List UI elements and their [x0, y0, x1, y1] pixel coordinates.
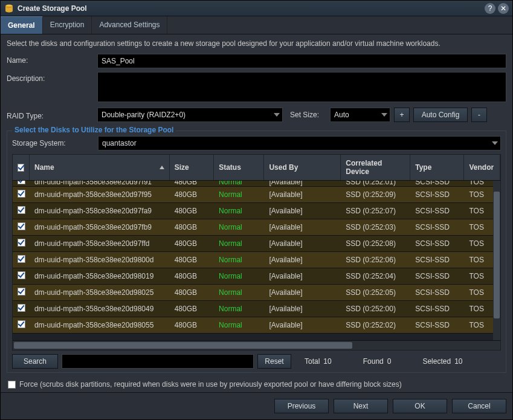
- found-label: Found0: [363, 357, 392, 366]
- cell-name: dm-uuid-mpath-358ce38ee20d98019: [30, 272, 170, 280]
- reset-button[interactable]: Reset: [257, 354, 291, 369]
- cell-type: SCSI-SSD: [410, 190, 464, 199]
- table-row[interactable]: dm-uuid-mpath-358ce38ee20d98055480GBNorm…: [13, 317, 500, 334]
- total-label: Total10: [305, 357, 332, 366]
- row-checkbox[interactable]: [13, 271, 30, 281]
- header-type[interactable]: Type: [410, 155, 464, 180]
- header-name[interactable]: Name: [30, 155, 170, 180]
- cell-used-by: [Available]: [264, 207, 341, 215]
- cell-type: SCSI-SSD: [410, 272, 464, 280]
- setsize-select[interactable]: Auto: [330, 108, 390, 122]
- table-row[interactable]: dm-uuid-mpath-358ce38ee20d9800d480GBNorm…: [13, 252, 500, 268]
- chevron-down-icon: [381, 113, 387, 117]
- disk-grid: Name Size Status Used By Correlated Devi…: [12, 154, 501, 351]
- cell-size: 480GB: [170, 288, 214, 297]
- close-button[interactable]: ✕: [498, 3, 509, 14]
- raid-type-value: Double-parity (RAIDZ2+0): [102, 111, 186, 119]
- setsize-label: Set Size:: [290, 111, 326, 119]
- cell-name: dm-uuid-mpath-358ce38ee20d97f95: [30, 190, 170, 199]
- scrollbar-thumb[interactable]: [14, 342, 352, 349]
- cell-size: 480GB: [170, 190, 214, 199]
- header-correlated[interactable]: Correlated Device: [341, 155, 410, 180]
- cell-size: 480GB: [170, 272, 214, 280]
- header-used-by[interactable]: Used By: [264, 155, 341, 180]
- row-checkbox[interactable]: [13, 304, 30, 314]
- name-label: Name:: [7, 54, 97, 65]
- cell-correlated: SSD (0:252:02): [341, 321, 410, 329]
- search-button[interactable]: Search: [12, 354, 58, 369]
- raid-type-select[interactable]: Double-parity (RAIDZ2+0): [97, 108, 283, 122]
- cell-correlated: SSD (0:252:08): [341, 239, 410, 248]
- cell-correlated: SSD (0:252:00): [341, 305, 410, 313]
- window-title: Create Storage Pool: [18, 4, 482, 13]
- previous-button[interactable]: Previous: [274, 399, 329, 413]
- setsize-plus-button[interactable]: +: [394, 108, 410, 122]
- cell-used-by: [Available]: [264, 190, 341, 199]
- name-input[interactable]: [97, 54, 506, 68]
- cell-type: SCSI-SSD: [410, 321, 464, 329]
- storage-system-select[interactable]: quantastor: [98, 136, 501, 150]
- table-row[interactable]: dm-uuid-mpath-358ce38ee20d97fa9480GBNorm…: [13, 203, 500, 219]
- titlebar: Create Storage Pool ? ✕: [1, 1, 512, 16]
- row-checkbox[interactable]: [13, 190, 30, 199]
- cell-name: dm-uuid-mpath-358ce38ee20d97f91: [30, 181, 170, 186]
- table-row[interactable]: dm-uuid-mpath-358ce38ee20d98049480GBNorm…: [13, 301, 500, 317]
- table-row[interactable]: dm-uuid-mpath-358ce38ee20d97f95480GBNorm…: [13, 187, 500, 203]
- table-row[interactable]: dm-uuid-mpath-358ce38ee20d98025480GBNorm…: [13, 285, 500, 301]
- pool-icon: [4, 4, 14, 13]
- search-input[interactable]: [62, 354, 254, 369]
- cell-used-by: [Available]: [264, 288, 341, 297]
- cell-status: Normal: [214, 288, 264, 297]
- setsize-minus-button[interactable]: -: [471, 108, 487, 122]
- tab-bar: General Encryption Advanced Settings: [1, 16, 512, 34]
- vertical-scrollbar[interactable]: [493, 181, 500, 340]
- storage-system-value: quantastor: [102, 139, 137, 147]
- cell-name: dm-uuid-mpath-358ce38ee20d97fa9: [30, 207, 170, 215]
- horizontal-scrollbar[interactable]: [13, 340, 500, 350]
- row-checkbox[interactable]: [13, 255, 30, 265]
- table-row[interactable]: dm-uuid-mpath-358ce38ee20d97f91480GBNorm…: [13, 181, 500, 187]
- sort-asc-icon: [160, 166, 164, 169]
- table-row[interactable]: dm-uuid-mpath-358ce38ee20d97fb9480GBNorm…: [13, 219, 500, 236]
- table-row[interactable]: dm-uuid-mpath-358ce38ee20d97ffd480GBNorm…: [13, 236, 500, 252]
- tab-encryption[interactable]: Encryption: [43, 16, 92, 34]
- scrollbar-thumb[interactable]: [494, 192, 500, 318]
- row-checkbox[interactable]: [13, 222, 30, 232]
- cancel-button[interactable]: Cancel: [452, 399, 506, 413]
- cell-used-by: [Available]: [264, 272, 341, 280]
- ok-button[interactable]: OK: [393, 399, 447, 413]
- cell-type: SCSI-SSD: [410, 223, 464, 231]
- cell-status: Normal: [214, 321, 264, 329]
- cell-name: dm-uuid-mpath-358ce38ee20d98055: [30, 321, 170, 329]
- auto-config-button[interactable]: Auto Config: [413, 108, 468, 122]
- cell-name: dm-uuid-mpath-358ce38ee20d97fb9: [30, 223, 170, 231]
- cell-type: SCSI-SSD: [410, 239, 464, 248]
- disk-select-fieldset: Select the Disks to Utilize for the Stor…: [7, 131, 506, 373]
- intro-text: Select the disks and configuration setti…: [7, 39, 506, 48]
- header-checkbox[interactable]: [13, 155, 30, 180]
- create-storage-pool-dialog: Create Storage Pool ? ✕ General Encrypti…: [0, 0, 513, 420]
- help-button[interactable]: ?: [485, 3, 495, 14]
- row-checkbox[interactable]: [13, 181, 30, 186]
- header-vendor[interactable]: Vendor: [464, 155, 500, 180]
- cell-name: dm-uuid-mpath-358ce38ee20d9800d: [30, 256, 170, 264]
- row-checkbox[interactable]: [13, 206, 30, 216]
- force-checkbox[interactable]: [8, 381, 16, 389]
- description-input[interactable]: [97, 72, 506, 102]
- tab-general[interactable]: General: [1, 16, 43, 34]
- next-button[interactable]: Next: [334, 399, 388, 413]
- tab-advanced[interactable]: Advanced Settings: [92, 16, 167, 34]
- description-label: Description:: [7, 72, 97, 83]
- cell-type: SCSI-SSD: [410, 181, 464, 186]
- cell-type: SCSI-SSD: [410, 207, 464, 215]
- cell-status: Normal: [214, 239, 264, 248]
- header-status[interactable]: Status: [214, 155, 264, 180]
- cell-status: Normal: [214, 207, 264, 215]
- header-size[interactable]: Size: [170, 155, 214, 180]
- row-checkbox[interactable]: [13, 288, 30, 297]
- table-row[interactable]: dm-uuid-mpath-358ce38ee20d98019480GBNorm…: [13, 268, 500, 285]
- grid-body[interactable]: dm-uuid-mpath-358ce38ee20d97f91480GBNorm…: [13, 181, 500, 340]
- row-checkbox[interactable]: [13, 320, 30, 330]
- cell-correlated: SSD (0:252:05): [341, 288, 410, 297]
- row-checkbox[interactable]: [13, 239, 30, 248]
